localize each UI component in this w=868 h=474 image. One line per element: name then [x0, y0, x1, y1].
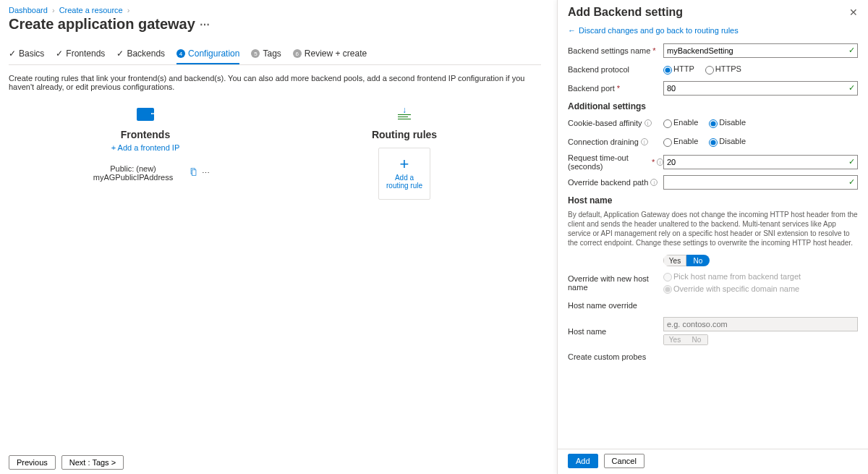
- routing-rules-title: Routing rules: [340, 129, 469, 140]
- label-hostname2: Host name: [568, 327, 606, 336]
- intro-text: Create routing rules that link your fron…: [9, 74, 541, 91]
- draining-enable-radio[interactable]: [663, 138, 672, 147]
- tab-label: Configuration: [188, 48, 239, 59]
- toggle-yes[interactable]: Yes: [663, 255, 686, 266]
- host-name-description: By default, Application Gateway does not…: [568, 210, 858, 247]
- check-icon: ✓: [848, 157, 855, 166]
- page-title: Create application gateway ⋯: [9, 16, 541, 33]
- add-button[interactable]: Add: [568, 454, 598, 468]
- label-name: Backend settings name: [568, 46, 650, 55]
- tab-backends[interactable]: ✓ Backends: [116, 46, 165, 64]
- tab-basics[interactable]: ✓ Basics: [9, 46, 44, 64]
- draining-disable-label: Disable: [719, 137, 746, 145]
- routing-rules-icon: ↓: [396, 107, 413, 122]
- backend-setting-panel: Add Backend setting ✕ ← Discard changes …: [557, 0, 868, 474]
- previous-button[interactable]: Previous: [9, 455, 56, 470]
- label-draining: Connection draining: [568, 137, 639, 146]
- next-button[interactable]: Next : Tags >: [61, 455, 124, 470]
- check-icon: ✓: [116, 48, 124, 59]
- panel-title: Add Backend setting: [568, 6, 683, 19]
- tab-label: Basics: [19, 48, 44, 59]
- breadcrumb-dashboard[interactable]: Dashboard: [9, 6, 48, 14]
- label-affinity: Cookie-based affinity: [568, 119, 642, 127]
- check-icon: ✓: [848, 83, 855, 93]
- label-hostname-override: Host name override: [568, 301, 637, 310]
- tab-label: Tags: [263, 48, 281, 59]
- backend-port-input[interactable]: [663, 81, 858, 96]
- more-actions-icon[interactable]: ⋯: [200, 19, 210, 30]
- affinity-disable-label: Disable: [719, 118, 746, 127]
- backend-name-input[interactable]: [663, 43, 858, 58]
- more-icon[interactable]: ⋯: [202, 169, 210, 178]
- tab-frontends[interactable]: ✓ Frontends: [56, 46, 105, 64]
- step-pending-icon: 5: [251, 49, 260, 58]
- page-title-text: Create application gateway: [9, 16, 195, 33]
- check-icon: ✓: [56, 48, 63, 59]
- label-port: Backend port: [568, 84, 615, 93]
- cancel-button[interactable]: Cancel: [604, 454, 644, 468]
- info-icon[interactable]: i: [641, 138, 648, 145]
- host-name-heading: Host name: [568, 195, 858, 206]
- routing-rules-column: ↓ Routing rules + Add a routing rule: [340, 104, 469, 200]
- hostname-input: [663, 317, 858, 331]
- check-icon: ✓: [848, 177, 855, 187]
- label-probes: Create custom probes: [568, 352, 646, 361]
- svg-rect-1: [192, 170, 196, 176]
- tab-configuration[interactable]: 4 Configuration: [176, 46, 239, 64]
- protocol-https-label: HTTPS: [715, 64, 741, 73]
- step-pending-icon: 6: [293, 49, 302, 58]
- step-current-icon: 4: [176, 49, 185, 58]
- tab-review[interactable]: 6 Review + create: [293, 46, 367, 64]
- pick-hostname-label: Pick host name from backend target: [673, 272, 801, 281]
- protocol-http-radio[interactable]: [663, 66, 672, 75]
- close-icon[interactable]: ✕: [849, 7, 858, 18]
- specific-hostname-radio: [663, 285, 672, 294]
- specific-hostname-label: Override with specific domain name: [673, 284, 799, 293]
- affinity-enable-radio[interactable]: [663, 119, 672, 128]
- tab-tags[interactable]: 5 Tags: [251, 46, 281, 64]
- check-icon: ✓: [9, 48, 16, 59]
- check-icon: ✓: [848, 46, 855, 55]
- info-icon[interactable]: i: [644, 119, 652, 127]
- affinity-enable-label: Enable: [673, 118, 698, 127]
- hostname-yes: Yes: [664, 335, 686, 344]
- info-icon[interactable]: i: [650, 179, 658, 186]
- protocol-http-label: HTTP: [673, 64, 694, 73]
- pick-hostname-radio: [663, 273, 672, 282]
- plus-icon: +: [400, 156, 409, 172]
- label-protocol: Backend protocol: [568, 65, 629, 74]
- add-frontend-link[interactable]: + Add a frontend IP: [111, 143, 180, 152]
- chevron-right-icon: ›: [125, 6, 132, 14]
- frontends-column: Frontends + Add a frontend IP Public: (n…: [81, 104, 210, 200]
- label-override-path: Override backend path: [568, 178, 648, 187]
- frontends-title: Frontends: [81, 129, 210, 140]
- affinity-disable-radio[interactable]: [709, 119, 718, 128]
- draining-enable-label: Enable: [673, 137, 698, 145]
- discard-back-label: Discard changes and go back to routing r…: [579, 26, 739, 35]
- draining-disable-radio[interactable]: [709, 138, 718, 147]
- info-icon[interactable]: i: [657, 158, 663, 166]
- chevron-right-icon: ›: [50, 6, 57, 14]
- add-routing-rule-label: Add a routing rule: [379, 172, 430, 191]
- edit-icon[interactable]: [190, 168, 197, 178]
- toggle-no[interactable]: No: [686, 255, 710, 266]
- override-hostname-toggle[interactable]: Yes No: [663, 255, 710, 266]
- breadcrumb: Dashboard › Create a resource ›: [9, 6, 541, 14]
- frontends-icon: [137, 108, 154, 121]
- frontend-item-text: Public: (new) myAGPublicIPAddress: [81, 164, 185, 182]
- label-override-new: Override with new host name: [568, 274, 663, 292]
- tab-label: Review + create: [305, 48, 367, 59]
- breadcrumb-create-resource[interactable]: Create a resource: [59, 6, 123, 14]
- label-timeout: Request time-out (seconds): [568, 153, 650, 171]
- hostname-yes-no: Yes No: [663, 334, 708, 345]
- hostname-no: No: [686, 335, 707, 344]
- add-routing-rule-card[interactable]: + Add a routing rule: [378, 148, 430, 200]
- override-path-input[interactable]: [663, 175, 858, 190]
- discard-back-link[interactable]: ← Discard changes and go back to routing…: [568, 26, 858, 35]
- tab-label: Frontends: [66, 48, 105, 59]
- arrow-left-icon: ←: [568, 26, 576, 35]
- tab-label: Backends: [127, 48, 165, 59]
- protocol-https-radio[interactable]: [705, 66, 714, 75]
- wizard-tabs: ✓ Basics ✓ Frontends ✓ Backends 4 Config…: [9, 46, 541, 65]
- timeout-input[interactable]: [663, 155, 858, 169]
